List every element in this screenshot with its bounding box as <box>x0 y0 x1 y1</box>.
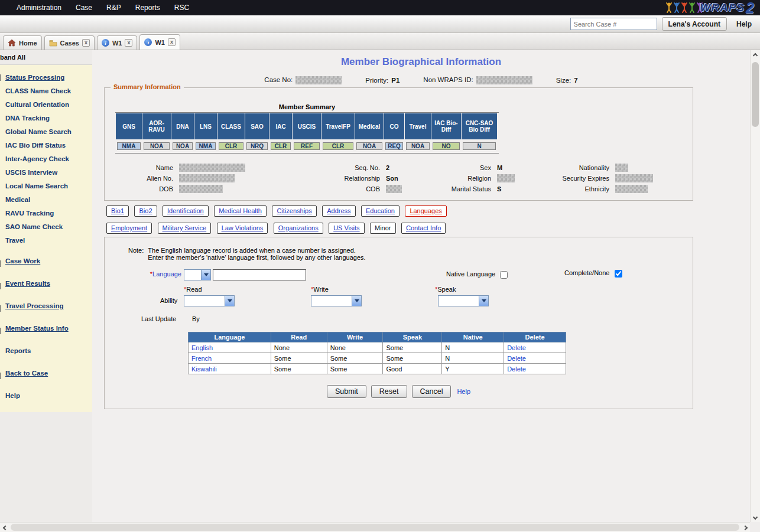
scroll-down-arrow[interactable] <box>750 512 760 522</box>
sidebar-section-back-to-case[interactable]: Back to Case <box>0 369 92 378</box>
summary-col-medical: Medical <box>355 113 384 139</box>
summary-col-sao: SAO <box>245 113 269 139</box>
sidebar-item-cultural-orientation[interactable]: Cultural Orientation <box>0 98 92 112</box>
menu-case[interactable]: Case <box>69 4 99 12</box>
folder-icon <box>49 40 57 47</box>
tab-w1-active[interactable]: i W1 x <box>139 34 180 50</box>
sidebar-section-help[interactable]: Help <box>0 391 92 400</box>
languages-form-box: Note: The English language record is add… <box>104 237 693 409</box>
sidebar-item-global-name-search[interactable]: Global Name Search <box>0 125 92 139</box>
cancel-button[interactable]: Cancel <box>412 385 452 398</box>
sidebar-item-uscis-interview[interactable]: USCIS Interview <box>0 166 92 179</box>
close-icon[interactable]: x <box>168 38 176 46</box>
cob-label: COB <box>300 185 380 192</box>
search-case-input[interactable] <box>570 18 657 30</box>
vertical-scroll-thumb[interactable] <box>752 62 759 127</box>
sidebar-item-dna-tracking[interactable]: DNA Tracking <box>0 112 92 125</box>
scroll-right-arrow[interactable] <box>740 523 750 532</box>
native-language-checkbox[interactable] <box>500 271 508 279</box>
tab-military-service[interactable]: Military Service <box>158 223 212 234</box>
tab-employment[interactable]: Employment <box>106 223 152 234</box>
sidebar-section-case-work[interactable]: Case Work <box>0 257 92 266</box>
delete-link[interactable]: Delete <box>507 365 526 373</box>
tab-identification[interactable]: Identification <box>163 205 209 217</box>
tab-bio2[interactable]: Bio2 <box>134 205 157 217</box>
redacted-nationality <box>615 164 628 172</box>
language-link[interactable]: Kiswahili <box>191 365 217 373</box>
tab-bar: Home Cases x i W1 x i W1 x <box>0 33 760 50</box>
horizontal-scroll-thumb[interactable] <box>11 524 739 531</box>
sidebar-item-iac-bio-diff-status[interactable]: IAC Bio Diff Status <box>0 139 92 152</box>
write-ability-select[interactable] <box>311 295 362 306</box>
tab-contact-info[interactable]: Contact Info <box>401 223 446 234</box>
complete-none-checkbox[interactable] <box>615 270 622 278</box>
wraps-window: Administration Case R&P Reports RSC WRAP… <box>0 0 760 532</box>
tab-languages[interactable]: Languages <box>405 205 446 217</box>
tab-organizations[interactable]: Organizations <box>274 223 323 234</box>
close-icon[interactable]: x <box>125 39 132 47</box>
account-button[interactable]: Lena's Account <box>662 17 727 31</box>
language-link[interactable]: French <box>191 355 212 362</box>
sex-value: M <box>497 164 502 171</box>
vertical-scrollbar[interactable] <box>750 50 760 522</box>
member-summary: Member Summary GNS AOR-RAVU DNA LNS CLAS… <box>115 102 499 154</box>
language-input[interactable] <box>213 269 306 280</box>
sidebar-item-medical[interactable]: Medical <box>0 193 92 207</box>
sidebar-section-member-status-info[interactable]: Member Status Info <box>0 324 92 333</box>
redacted-alien-no <box>179 174 235 182</box>
status-badge-iac: CLR <box>271 142 291 150</box>
tab-bio1[interactable]: Bio1 <box>106 205 129 217</box>
sidebar-item-inter-agency-check[interactable]: Inter-Agency Check <box>0 152 92 166</box>
sidebar-item-local-name-search[interactable]: Local Name Search <box>0 179 92 193</box>
tab-law-violations[interactable]: Law Violations <box>217 223 268 234</box>
horizontal-scrollbar[interactable] <box>0 522 750 532</box>
page-title: Member Biographical Information <box>92 56 750 68</box>
menu-reports[interactable]: Reports <box>128 4 167 12</box>
delete-link[interactable]: Delete <box>507 355 526 362</box>
status-badge-travelfp: CLR <box>323 142 353 150</box>
menu-administration[interactable]: Administration <box>9 4 69 12</box>
sidebar-item-travel[interactable]: Travel <box>0 234 92 247</box>
help-menu[interactable]: Help <box>732 20 756 28</box>
last-update-label: Last Update <box>141 315 176 322</box>
sidebar-item-class-name-check[interactable]: CLASS Name Check <box>0 84 92 98</box>
summary-col-travelfp: TravelFP <box>321 113 355 139</box>
tab-minor[interactable]: Minor <box>370 223 396 234</box>
sidebar-item-sao-name-check[interactable]: SAO Name Check <box>0 220 92 234</box>
language-select[interactable] <box>184 269 211 280</box>
tab-w1-first[interactable]: i W1 x <box>97 35 138 50</box>
case-info-row: Case No: Priority:P1 Non WRAPS ID: Size:… <box>92 76 750 84</box>
tab-medical-health[interactable]: Medical Health <box>214 205 267 217</box>
sidebar-item-ravu-tracking[interactable]: RAVU Tracking <box>0 207 92 220</box>
read-ability-select[interactable] <box>184 295 235 306</box>
tab-cases[interactable]: Cases x <box>44 35 95 50</box>
scroll-up-arrow[interactable] <box>750 50 760 60</box>
form-help-link[interactable]: Help <box>457 388 470 395</box>
name-label: Name <box>116 164 173 171</box>
seq-no-value: 2 <box>386 164 389 171</box>
tab-label: Home <box>19 40 37 47</box>
sidebar-item-status-processing[interactable]: Status Processing <box>0 71 92 84</box>
sidebar-section-reports[interactable]: Reports <box>0 347 92 355</box>
tab-education[interactable]: Education <box>361 205 400 217</box>
priority: Priority:P1 <box>365 77 400 84</box>
tab-us-visits[interactable]: US Visits <box>329 223 364 234</box>
tab-address[interactable]: Address <box>322 205 355 217</box>
speak-ability-select[interactable] <box>438 295 489 306</box>
language-link[interactable]: English <box>191 344 213 351</box>
menu-rp[interactable]: R&P <box>99 4 128 12</box>
scroll-left-arrow[interactable] <box>0 523 10 532</box>
reset-button[interactable]: Reset <box>371 385 407 398</box>
tab-home[interactable]: Home <box>3 35 42 50</box>
submit-button[interactable]: Submit <box>327 385 366 398</box>
sidebar-section-travel-processing[interactable]: Travel Processing <box>0 302 92 311</box>
case-no: Case No: <box>264 76 342 84</box>
delete-link[interactable]: Delete <box>507 344 526 351</box>
speak-label: *Speak <box>435 286 456 293</box>
expand-all-link[interactable]: band All <box>0 50 92 65</box>
menu-rsc[interactable]: RSC <box>167 4 196 12</box>
sidebar-section-event-results[interactable]: Event Results <box>0 279 92 288</box>
status-badge-iac-bio-diff: NO <box>433 142 460 150</box>
tab-citizenships[interactable]: Citizenships <box>272 205 316 217</box>
close-icon[interactable]: x <box>82 39 90 47</box>
